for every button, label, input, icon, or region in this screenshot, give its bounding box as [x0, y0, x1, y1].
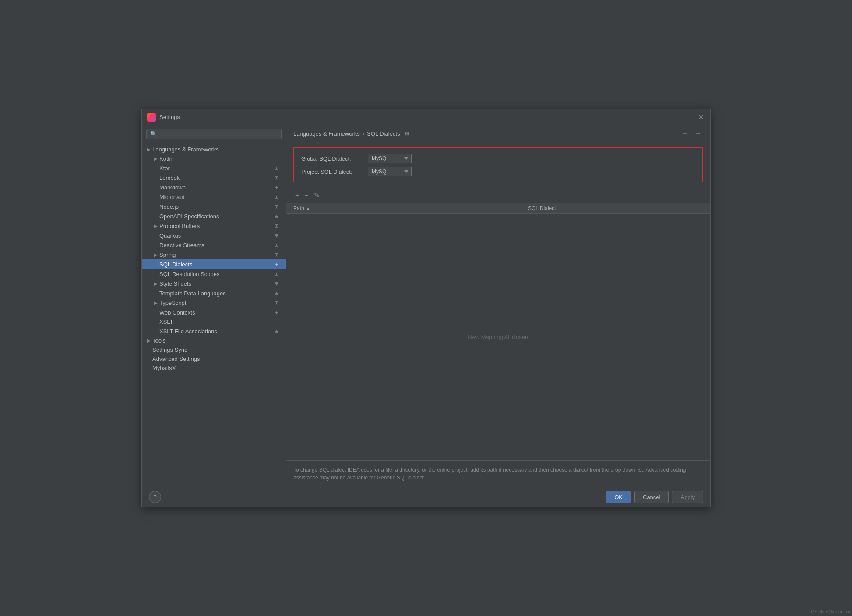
sidebar-label-xslt-file-associations: XSLT File Associations	[159, 328, 273, 335]
sidebar-item-style-sheets[interactable]: ▶Style Sheets⊞	[142, 279, 286, 288]
sidebar-tree: ▶Languages & Frameworks▶KotlinKtor⊞Lombo…	[142, 143, 286, 487]
breadcrumb-parent: Languages & Frameworks	[293, 130, 360, 137]
sidebar-item-xslt[interactable]: XSLT	[142, 317, 286, 326]
settings-icon-template-data-languages: ⊞	[273, 290, 280, 297]
edit-mapping-button[interactable]: ✎	[312, 190, 321, 200]
chevron-icon-kotlin: ▶	[152, 156, 159, 161]
sidebar: ▶Languages & Frameworks▶KotlinKtor⊞Lombo…	[142, 125, 286, 487]
close-button[interactable]: ✕	[698, 114, 705, 121]
footer-description: To change SQL dialect IDEA uses for a fi…	[286, 460, 710, 487]
sidebar-item-lombok[interactable]: Lombok⊞	[142, 173, 286, 182]
global-dialect-select[interactable]: MySQLGeneric SQLPostgreSQLSQLiteOracleSQ…	[368, 154, 412, 163]
breadcrumb-current: SQL Dialects	[367, 130, 400, 137]
sidebar-label-protocol-buffers: Protocol Buffers	[159, 223, 273, 229]
sidebar-item-protocol-buffers[interactable]: ▶Protocol Buffers⊞	[142, 221, 286, 231]
sidebar-item-typescript[interactable]: ▶TypeScript⊞	[142, 298, 286, 308]
sidebar-item-nodejs[interactable]: Node.js⊞	[142, 202, 286, 211]
sidebar-label-sql-dialects: SQL Dialects	[159, 261, 273, 268]
sidebar-label-web-contexts: Web Contexts	[159, 309, 273, 316]
settings-icon-quarkus: ⊞	[273, 232, 280, 239]
sidebar-item-template-data-languages[interactable]: Template Data Languages⊞	[142, 288, 286, 298]
sidebar-label-advanced-settings: Advanced Settings	[152, 356, 282, 362]
sidebar-item-advanced-settings[interactable]: Advanced Settings	[142, 354, 286, 364]
breadcrumb-icon: ⊞	[405, 130, 409, 136]
cancel-button[interactable]: Cancel	[634, 491, 669, 503]
sidebar-item-openapi[interactable]: OpenAPI Specifications⊞	[142, 211, 286, 221]
remove-mapping-button[interactable]: −	[303, 191, 310, 200]
sidebar-label-ktor: Ktor	[159, 165, 273, 172]
sidebar-label-mybatisx: MybatisX	[152, 365, 282, 371]
settings-icon-nodejs: ⊞	[273, 203, 280, 210]
settings-icon-style-sheets: ⊞	[273, 280, 280, 287]
nav-forward-button[interactable]: →	[693, 129, 703, 138]
sidebar-item-spring[interactable]: ▶Spring⊞	[142, 250, 286, 259]
sidebar-label-markdown: Markdown	[159, 184, 273, 191]
sidebar-item-ktor[interactable]: Ktor⊞	[142, 163, 286, 173]
settings-icon-ktor: ⊞	[273, 164, 280, 172]
main-content-area: ▶Languages & Frameworks▶KotlinKtor⊞Lombo…	[142, 125, 710, 487]
settings-content: Global SQL Dialect: MySQLGeneric SQLPost…	[286, 142, 710, 487]
ok-button[interactable]: OK	[606, 491, 631, 503]
sidebar-label-kotlin: Kotlin	[159, 155, 282, 162]
titlebar: Settings ✕	[142, 109, 710, 125]
chevron-icon-typescript: ▶	[152, 301, 159, 305]
window-title: Settings	[159, 114, 180, 120]
nav-buttons: ← →	[679, 129, 703, 138]
settings-icon-markdown: ⊞	[273, 184, 280, 191]
project-dialect-row: Project SQL Dialect: MySQLGeneric SQLPos…	[301, 167, 695, 176]
sidebar-item-sql-dialects[interactable]: SQL Dialects⊞	[142, 259, 286, 269]
app-icon	[147, 113, 156, 122]
empty-table-message: New Mapping Alt+Insert	[468, 334, 528, 340]
sidebar-label-template-data-languages: Template Data Languages	[159, 290, 273, 297]
col-path-header: Path ▲	[293, 205, 528, 211]
sidebar-item-reactive-streams[interactable]: Reactive Streams⊞	[142, 240, 286, 250]
sidebar-label-sql-resolution-scopes: SQL Resolution Scopes	[159, 271, 273, 277]
global-dialect-row: Global SQL Dialect: MySQLGeneric SQLPost…	[301, 154, 695, 163]
col-dialect-header: SQL Dialect	[528, 205, 703, 211]
apply-button[interactable]: Apply	[672, 491, 703, 503]
sidebar-item-settings-sync[interactable]: Settings Sync	[142, 345, 286, 354]
settings-icon-web-contexts: ⊞	[273, 309, 280, 316]
sidebar-label-languages-frameworks: Languages & Frameworks	[152, 146, 282, 153]
nav-back-button[interactable]: ←	[679, 129, 690, 138]
sidebar-item-xslt-file-associations[interactable]: XSLT File Associations⊞	[142, 326, 286, 336]
search-input[interactable]	[146, 129, 282, 139]
sidebar-label-reactive-streams: Reactive Streams	[159, 242, 273, 248]
sidebar-label-settings-sync: Settings Sync	[152, 346, 282, 353]
sidebar-item-mybatisx[interactable]: MybatisX	[142, 364, 286, 373]
table-body: New Mapping Alt+Insert	[286, 214, 710, 460]
sidebar-label-nodejs: Node.js	[159, 203, 273, 210]
chevron-icon-protocol-buffers: ▶	[152, 224, 159, 228]
sidebar-item-web-contexts[interactable]: Web Contexts⊞	[142, 308, 286, 317]
sidebar-item-micronaut[interactable]: Micronaut⊞	[142, 192, 286, 202]
chevron-icon-spring: ▶	[152, 252, 159, 257]
sidebar-label-micronaut: Micronaut	[159, 194, 273, 200]
sidebar-item-markdown[interactable]: Markdown⊞	[142, 182, 286, 192]
settings-icon-protocol-buffers: ⊞	[273, 222, 280, 229]
sidebar-item-kotlin[interactable]: ▶Kotlin	[142, 154, 286, 163]
sidebar-item-sql-resolution-scopes[interactable]: SQL Resolution Scopes⊞	[142, 269, 286, 279]
settings-icon-sql-resolution-scopes: ⊞	[273, 270, 280, 277]
add-mapping-button[interactable]: +	[293, 191, 301, 200]
chevron-icon-languages-frameworks: ▶	[145, 147, 152, 152]
sidebar-item-languages-frameworks[interactable]: ▶Languages & Frameworks	[142, 145, 286, 154]
sidebar-label-typescript: TypeScript	[159, 300, 273, 306]
watermark: CSDN @Major_xx	[811, 609, 850, 614]
help-button[interactable]: ?	[149, 491, 161, 503]
settings-icon-micronaut: ⊞	[273, 193, 280, 200]
settings-icon-spring: ⊞	[273, 251, 280, 258]
sidebar-label-tools: Tools	[152, 337, 282, 344]
titlebar-left: Settings	[147, 113, 180, 122]
settings-icon-xslt-file-associations: ⊞	[273, 328, 280, 335]
sidebar-label-quarkus: Quarkus	[159, 232, 273, 239]
sidebar-label-lombok: Lombok	[159, 175, 273, 181]
sidebar-item-quarkus[interactable]: Quarkus⊞	[142, 231, 286, 240]
settings-icon-sql-dialects: ⊞	[273, 261, 280, 268]
sidebar-item-tools[interactable]: ▶Tools	[142, 336, 286, 345]
search-box	[142, 125, 286, 143]
project-dialect-select[interactable]: MySQLGeneric SQLPostgreSQLSQLiteOracleSQ…	[368, 167, 412, 176]
chevron-icon-style-sheets: ▶	[152, 281, 159, 286]
main-panel: Languages & Frameworks › SQL Dialects ⊞ …	[286, 125, 710, 487]
mapping-toolbar: + − ✎	[286, 188, 710, 203]
sidebar-label-style-sheets: Style Sheets	[159, 280, 273, 287]
